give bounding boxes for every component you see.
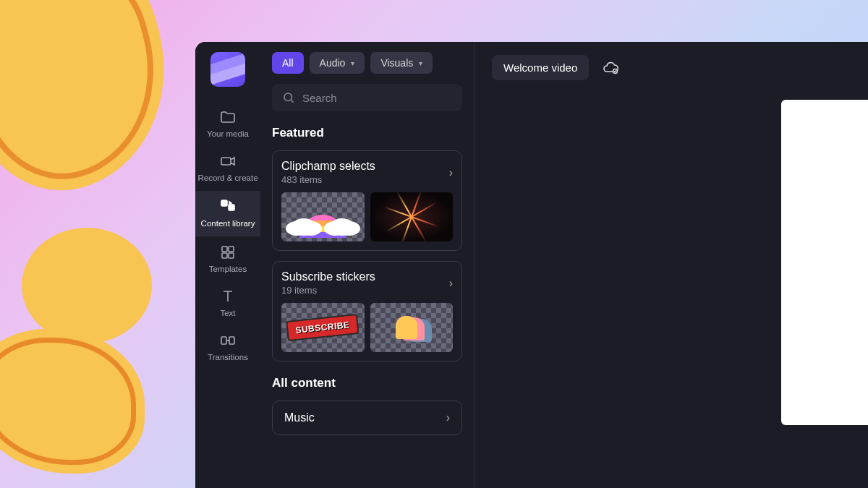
search-icon [282, 91, 295, 104]
svg-rect-5 [222, 253, 227, 258]
svg-rect-4 [229, 247, 234, 252]
project-name-text: Welcome video [503, 61, 577, 74]
svg-rect-3 [222, 247, 227, 252]
thumbnail-subscribe[interactable]: SUBSCRIBE [281, 303, 365, 352]
sidebar: Your media Record & create Content libra… [195, 42, 260, 488]
all-content-heading: All content [272, 376, 462, 390]
thumbnail-bells[interactable] [370, 303, 454, 352]
thumbnail-sparks[interactable] [370, 192, 454, 241]
svg-point-9 [284, 93, 292, 101]
sidebar-item-content-library[interactable]: Content library [195, 191, 260, 236]
thumbnail-rainbow[interactable] [281, 192, 365, 241]
sync-status-icon[interactable] [602, 59, 619, 77]
chevron-right-icon: › [449, 166, 453, 179]
collection-header[interactable]: Subscribe stickers 19 items › [281, 270, 453, 296]
sidebar-item-label: Text [220, 309, 235, 317]
sidebar-item-your-media[interactable]: Your media [195, 101, 260, 145]
video-canvas[interactable] [781, 100, 868, 425]
sidebar-item-text[interactable]: Text [195, 281, 260, 325]
content-library-icon [219, 198, 237, 215]
svg-rect-1 [221, 200, 227, 206]
svg-rect-0 [221, 158, 231, 165]
sidebar-item-label: Transitions [208, 353, 248, 361]
filter-visuals[interactable]: Visuals ▾ [370, 52, 433, 74]
camera-icon [219, 153, 237, 170]
text-icon [219, 288, 237, 305]
project-name-input[interactable]: Welcome video [492, 55, 589, 80]
collection-count: 19 items [281, 285, 375, 296]
collection-subscribe-stickers: Subscribe stickers 19 items › SUBSCRIBE [272, 261, 462, 361]
library-panel: All Audio ▾ Visuals ▾ Search Featured Cl… [260, 42, 475, 488]
collection-count: 483 items [281, 174, 375, 185]
collection-title: Clipchamp selects [281, 160, 375, 173]
collection-title: Subscribe stickers [281, 270, 375, 283]
filter-all[interactable]: All [272, 52, 304, 74]
sidebar-item-templates[interactable]: Templates [195, 236, 260, 281]
main-panel: Welcome video [475, 42, 868, 488]
chevron-right-icon: › [449, 277, 453, 290]
content-row-music[interactable]: Music › [272, 401, 462, 435]
content-row-label: Music [284, 411, 315, 424]
folder-icon [219, 108, 237, 126]
sidebar-item-label: Your media [207, 129, 249, 138]
chevron-right-icon: › [446, 411, 450, 424]
subscribe-badge-text: SUBSCRIBE [286, 314, 359, 341]
filter-audio[interactable]: Audio ▾ [310, 52, 365, 74]
sidebar-item-label: Templates [209, 265, 247, 273]
filter-row: All Audio ▾ Visuals ▾ [272, 52, 462, 74]
featured-heading: Featured [272, 126, 462, 140]
filter-label: All [282, 57, 294, 69]
svg-rect-7 [221, 337, 226, 344]
app-window: Your media Record & create Content libra… [195, 42, 868, 488]
templates-icon [219, 244, 237, 261]
chevron-down-icon: ▾ [351, 59, 354, 67]
svg-rect-6 [229, 253, 234, 258]
svg-rect-8 [229, 337, 234, 344]
collection-clipchamp-selects: Clipchamp selects 483 items › [272, 150, 462, 251]
topbar: Welcome video [492, 55, 868, 80]
sidebar-item-record-create[interactable]: Record & create [195, 145, 260, 191]
sidebar-item-label: Record & create [197, 174, 258, 184]
collection-header[interactable]: Clipchamp selects 483 items › [281, 160, 453, 185]
search-placeholder: Search [302, 92, 337, 104]
search-input[interactable]: Search [272, 84, 462, 111]
sidebar-item-label: Content library [201, 219, 255, 229]
chevron-down-icon: ▾ [419, 59, 422, 67]
transitions-icon [219, 332, 237, 349]
svg-rect-2 [229, 205, 234, 210]
sidebar-item-transitions[interactable]: Transitions [195, 325, 260, 369]
filter-label: Visuals [380, 57, 413, 69]
filter-label: Audio [320, 57, 346, 69]
app-logo-icon[interactable] [210, 52, 245, 87]
